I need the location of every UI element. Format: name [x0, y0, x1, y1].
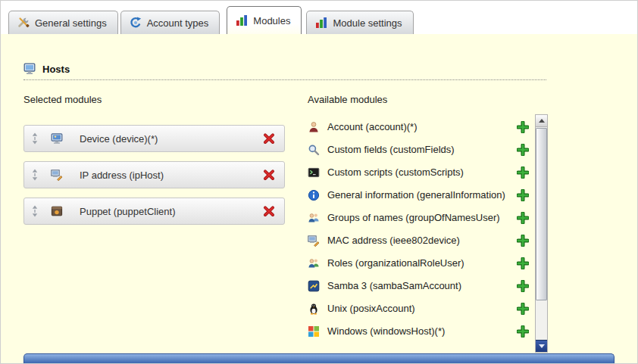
available-module-row-unix: Unix (posixAccount) [308, 300, 529, 317]
plus-icon [517, 235, 529, 247]
module-label: Puppet (puppetClient) [80, 206, 263, 217]
group-icon [308, 212, 320, 224]
add-module-button[interactable] [517, 166, 529, 179]
module-label: Unix (posixAccount) [327, 303, 517, 315]
add-module-button[interactable] [517, 303, 529, 315]
roles-icon [308, 257, 320, 269]
plus-icon [517, 303, 529, 315]
available-module-row-samba3: Samba 3 (sambaSamAccount) [308, 278, 529, 294]
available-modules-heading: Available modules [308, 94, 548, 105]
tools-icon [17, 17, 30, 29]
add-module-button[interactable] [517, 235, 529, 247]
selected-modules-list: Device (device)(*) IP address (ipHost) [23, 125, 285, 225]
tab-general-settings[interactable]: General settings [8, 11, 118, 34]
module-label: Custom fields (customFields) [327, 145, 517, 156]
scroll-down-button[interactable] [536, 340, 547, 352]
plus-icon [517, 144, 529, 156]
account-icon [308, 121, 320, 133]
delete-x-icon [263, 169, 275, 181]
module-label: IP address (ipHost) [80, 170, 263, 181]
modules-columns: Selected modules Device (device)(*) [23, 94, 637, 353]
info-icon [308, 189, 320, 201]
tab-modules[interactable]: Modules [227, 6, 302, 34]
available-module-row-account: Account (account)(*) [308, 119, 529, 135]
available-module-row-macaddress: MAC address (ieee802device) [308, 232, 529, 249]
plus-icon [517, 166, 529, 179]
scrollbar-thumb[interactable] [536, 128, 547, 300]
tab-bar: General settings Account types Modules M… [1, 1, 637, 34]
vertical-scrollbar[interactable] [535, 114, 548, 353]
available-modules-list: Account (account)(*) Custom fields (cust… [308, 114, 529, 353]
module-label: Account (account)(*) [327, 122, 517, 133]
available-modules-scroll-area: Account (account)(*) Custom fields (cust… [308, 114, 548, 353]
plus-icon [517, 121, 529, 133]
add-module-button[interactable] [517, 144, 529, 156]
samba-icon [308, 280, 320, 292]
scroll-up-button[interactable] [536, 115, 547, 127]
add-module-button[interactable] [517, 325, 529, 338]
drag-handle-icon[interactable] [31, 205, 39, 217]
available-modules-column: Available modules Account (account)(*) [308, 94, 548, 353]
arrow-down-icon [539, 344, 545, 348]
available-module-row-roles: Roles (organizationalRoleUser) [308, 255, 529, 272]
selected-module-row-iphost[interactable]: IP address (ipHost) [23, 161, 285, 188]
remove-module-button[interactable] [263, 169, 275, 181]
unix-icon [308, 303, 320, 315]
selected-modules-column: Selected modules Device (device)(*) [23, 94, 285, 353]
add-module-button[interactable] [517, 212, 529, 224]
add-module-button[interactable] [517, 280, 529, 292]
available-module-row-customscripts: Custom scripts (customScripts) [308, 164, 529, 181]
plus-icon [517, 212, 529, 224]
plus-icon [517, 280, 529, 292]
plus-icon [517, 257, 529, 269]
computer-icon [23, 63, 36, 75]
remove-module-button[interactable] [263, 132, 275, 145]
drag-handle-icon[interactable] [31, 132, 39, 145]
ip-address-icon [51, 169, 63, 181]
section-title: Hosts [42, 64, 70, 75]
tab-label: Account types [147, 17, 209, 29]
delete-x-icon [263, 132, 275, 145]
available-module-row-customfields: Custom fields (customFields) [308, 142, 529, 158]
module-label: MAC address (ieee802device) [327, 235, 517, 247]
refresh-icon [130, 17, 142, 29]
puppet-icon [51, 205, 63, 217]
module-label: Groups of names (groupOfNamesUser) [327, 213, 517, 224]
module-label: Windows (windowsHost)(*) [327, 326, 517, 338]
module-label: Samba 3 (sambaSamAccount) [327, 281, 517, 292]
add-module-button[interactable] [517, 121, 529, 133]
delete-x-icon [263, 205, 275, 217]
module-label: Roles (organizationalRoleUser) [327, 258, 517, 269]
modules-chart-icon [315, 17, 327, 29]
device-icon [51, 132, 63, 145]
lam-configuration-page: General settings Account types Modules M… [0, 0, 638, 364]
magnifier-icon [308, 144, 320, 156]
add-module-button[interactable] [517, 257, 529, 269]
add-module-button[interactable] [517, 189, 529, 201]
available-module-row-generalinformation: General information (generalInformation) [308, 187, 529, 204]
footer-section-bar [23, 353, 615, 363]
windows-icon [308, 325, 320, 338]
plus-icon [517, 189, 529, 201]
selected-module-row-device[interactable]: Device (device)(*) [23, 125, 285, 152]
mac-address-icon [308, 235, 320, 247]
drag-handle-icon[interactable] [31, 169, 39, 181]
tab-label: General settings [35, 17, 107, 29]
module-label: Device (device)(*) [80, 133, 263, 145]
tab-label: Modules [253, 15, 290, 26]
plus-icon [517, 325, 529, 338]
hosts-section-header: Hosts [23, 63, 546, 80]
tab-label: Module settings [333, 17, 402, 29]
selected-module-row-puppet[interactable]: Puppet (puppetClient) [23, 198, 285, 225]
selected-modules-heading: Selected modules [23, 94, 285, 105]
available-module-row-windows: Windows (windowsHost)(*) [308, 323, 529, 340]
available-module-row-groupofnames: Groups of names (groupOfNamesUser) [308, 210, 529, 226]
module-label: General information (generalInformation) [327, 190, 517, 201]
terminal-icon [308, 166, 320, 179]
remove-module-button[interactable] [263, 205, 275, 217]
content-area: Hosts Selected modules Device (device)(*… [1, 34, 637, 363]
arrow-up-icon [539, 119, 545, 123]
modules-chart-icon [236, 14, 248, 26]
tab-account-types[interactable]: Account types [120, 11, 220, 34]
tab-module-settings[interactable]: Module settings [306, 11, 413, 34]
